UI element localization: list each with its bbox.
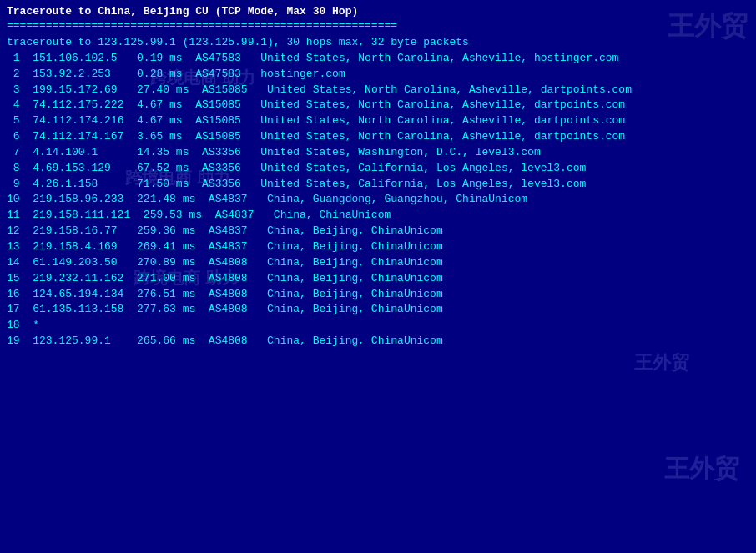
output-container: traceroute to 123.125.99.1 (123.125.99.1… [7,35,749,349]
trace-line: 15 219.232.11.162 271.00 ms AS4808 China… [7,271,749,287]
trace-line: 17 61.135.113.158 277.63 ms AS4808 China… [7,302,749,318]
trace-line: 6 74.112.174.167 3.65 ms AS15085 United … [7,129,749,145]
terminal-window: Traceroute to China, Beijing CU (TCP Mod… [0,0,756,354]
trace-line: 16 124.65.194.134 276.51 ms AS4808 China… [7,287,749,303]
watermark-6: 王外贸 [664,452,739,486]
title-line: Traceroute to China, Beijing CU (TCP Mod… [7,5,749,18]
trace-line: 4 74.112.175.222 4.67 ms AS15085 United … [7,98,749,113]
trace-line: 9 4.26.1.158 71.50 ms AS3356 United Stat… [7,177,749,193]
trace-line: 3 199.15.172.69 27.40 ms AS15085 United … [7,83,749,98]
trace-line: 1 151.106.102.5 0.19 ms AS47583 United S… [7,51,749,67]
trace-line: 2 153.92.2.253 0.28 ms AS47583 hostinger… [7,67,749,83]
trace-line: 5 74.112.174.216 4.67 ms AS15085 United … [7,113,749,129]
trace-line: 7 4.14.100.1 14.35 ms AS3356 United Stat… [7,145,749,161]
trace-line: 11 219.158.111.121 259.53 ms AS4837 Chin… [7,208,749,224]
trace-line: traceroute to 123.125.99.1 (123.125.99.1… [7,35,749,51]
trace-line: 18 * [7,318,749,334]
trace-line: 14 61.149.203.50 270.89 ms AS4808 China,… [7,255,749,271]
trace-line: 19 123.125.99.1 265.66 ms AS4808 China, … [7,334,749,349]
separator-line: ========================================… [7,19,749,32]
trace-line: 12 219.158.16.77 259.36 ms AS4837 China,… [7,224,749,239]
trace-line: 13 219.158.4.169 269.41 ms AS4837 China,… [7,239,749,255]
trace-line: 8 4.69.153.129 67.52 ms AS3356 United St… [7,161,749,177]
trace-line: 10 219.158.96.233 221.48 ms AS4837 China… [7,192,749,208]
